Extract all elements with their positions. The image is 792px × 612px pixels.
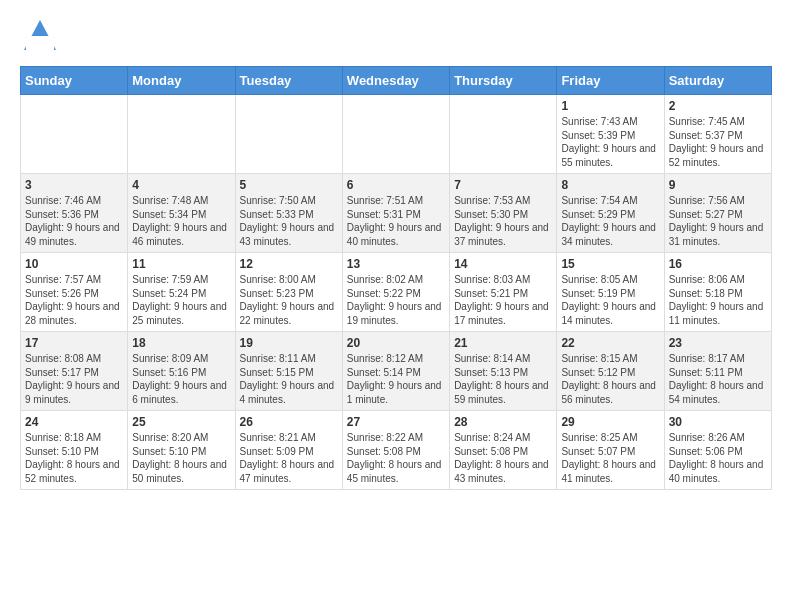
day-info: Sunrise: 8:08 AM Sunset: 5:17 PM Dayligh…: [25, 352, 123, 406]
day-info: Sunrise: 7:54 AM Sunset: 5:29 PM Dayligh…: [561, 194, 659, 248]
day-info: Sunrise: 7:48 AM Sunset: 5:34 PM Dayligh…: [132, 194, 230, 248]
day-cell: 16Sunrise: 8:06 AM Sunset: 5:18 PM Dayli…: [664, 253, 771, 332]
day-info: Sunrise: 7:45 AM Sunset: 5:37 PM Dayligh…: [669, 115, 767, 169]
day-info: Sunrise: 8:00 AM Sunset: 5:23 PM Dayligh…: [240, 273, 338, 327]
day-cell: 15Sunrise: 8:05 AM Sunset: 5:19 PM Dayli…: [557, 253, 664, 332]
day-number: 21: [454, 336, 552, 350]
logo: [20, 16, 62, 56]
day-number: 4: [132, 178, 230, 192]
day-cell: 2Sunrise: 7:45 AM Sunset: 5:37 PM Daylig…: [664, 95, 771, 174]
day-info: Sunrise: 8:26 AM Sunset: 5:06 PM Dayligh…: [669, 431, 767, 485]
day-info: Sunrise: 8:25 AM Sunset: 5:07 PM Dayligh…: [561, 431, 659, 485]
day-number: 11: [132, 257, 230, 271]
day-number: 29: [561, 415, 659, 429]
day-cell: 13Sunrise: 8:02 AM Sunset: 5:22 PM Dayli…: [342, 253, 449, 332]
day-number: 27: [347, 415, 445, 429]
day-cell: 27Sunrise: 8:22 AM Sunset: 5:08 PM Dayli…: [342, 411, 449, 490]
day-number: 15: [561, 257, 659, 271]
day-info: Sunrise: 8:12 AM Sunset: 5:14 PM Dayligh…: [347, 352, 445, 406]
day-cell: [450, 95, 557, 174]
day-info: Sunrise: 8:14 AM Sunset: 5:13 PM Dayligh…: [454, 352, 552, 406]
day-info: Sunrise: 7:50 AM Sunset: 5:33 PM Dayligh…: [240, 194, 338, 248]
day-number: 8: [561, 178, 659, 192]
page: SundayMondayTuesdayWednesdayThursdayFrid…: [0, 0, 792, 612]
week-row-5: 24Sunrise: 8:18 AM Sunset: 5:10 PM Dayli…: [21, 411, 772, 490]
day-info: Sunrise: 8:24 AM Sunset: 5:08 PM Dayligh…: [454, 431, 552, 485]
day-cell: 29Sunrise: 8:25 AM Sunset: 5:07 PM Dayli…: [557, 411, 664, 490]
day-info: Sunrise: 7:56 AM Sunset: 5:27 PM Dayligh…: [669, 194, 767, 248]
day-number: 9: [669, 178, 767, 192]
day-cell: 4Sunrise: 7:48 AM Sunset: 5:34 PM Daylig…: [128, 174, 235, 253]
weekday-header-sunday: Sunday: [21, 67, 128, 95]
day-number: 26: [240, 415, 338, 429]
day-info: Sunrise: 7:46 AM Sunset: 5:36 PM Dayligh…: [25, 194, 123, 248]
day-number: 14: [454, 257, 552, 271]
week-row-1: 1Sunrise: 7:43 AM Sunset: 5:39 PM Daylig…: [21, 95, 772, 174]
weekday-header-wednesday: Wednesday: [342, 67, 449, 95]
day-info: Sunrise: 7:43 AM Sunset: 5:39 PM Dayligh…: [561, 115, 659, 169]
day-number: 3: [25, 178, 123, 192]
day-number: 19: [240, 336, 338, 350]
day-info: Sunrise: 7:59 AM Sunset: 5:24 PM Dayligh…: [132, 273, 230, 327]
day-info: Sunrise: 8:02 AM Sunset: 5:22 PM Dayligh…: [347, 273, 445, 327]
day-cell: [21, 95, 128, 174]
weekday-header-thursday: Thursday: [450, 67, 557, 95]
day-number: 7: [454, 178, 552, 192]
day-cell: 6Sunrise: 7:51 AM Sunset: 5:31 PM Daylig…: [342, 174, 449, 253]
day-info: Sunrise: 8:22 AM Sunset: 5:08 PM Dayligh…: [347, 431, 445, 485]
day-cell: 25Sunrise: 8:20 AM Sunset: 5:10 PM Dayli…: [128, 411, 235, 490]
day-number: 25: [132, 415, 230, 429]
day-info: Sunrise: 8:15 AM Sunset: 5:12 PM Dayligh…: [561, 352, 659, 406]
day-info: Sunrise: 8:11 AM Sunset: 5:15 PM Dayligh…: [240, 352, 338, 406]
day-cell: 26Sunrise: 8:21 AM Sunset: 5:09 PM Dayli…: [235, 411, 342, 490]
day-cell: 18Sunrise: 8:09 AM Sunset: 5:16 PM Dayli…: [128, 332, 235, 411]
day-number: 24: [25, 415, 123, 429]
day-info: Sunrise: 8:20 AM Sunset: 5:10 PM Dayligh…: [132, 431, 230, 485]
day-cell: 5Sunrise: 7:50 AM Sunset: 5:33 PM Daylig…: [235, 174, 342, 253]
day-number: 2: [669, 99, 767, 113]
day-number: 6: [347, 178, 445, 192]
day-info: Sunrise: 7:51 AM Sunset: 5:31 PM Dayligh…: [347, 194, 445, 248]
day-number: 10: [25, 257, 123, 271]
day-info: Sunrise: 8:18 AM Sunset: 5:10 PM Dayligh…: [25, 431, 123, 485]
day-info: Sunrise: 8:21 AM Sunset: 5:09 PM Dayligh…: [240, 431, 338, 485]
day-cell: 10Sunrise: 7:57 AM Sunset: 5:26 PM Dayli…: [21, 253, 128, 332]
svg-rect-1: [26, 36, 54, 50]
day-cell: 3Sunrise: 7:46 AM Sunset: 5:36 PM Daylig…: [21, 174, 128, 253]
calendar-table: SundayMondayTuesdayWednesdayThursdayFrid…: [20, 66, 772, 490]
header: [20, 16, 772, 56]
day-cell: 30Sunrise: 8:26 AM Sunset: 5:06 PM Dayli…: [664, 411, 771, 490]
day-cell: [128, 95, 235, 174]
day-number: 1: [561, 99, 659, 113]
day-number: 12: [240, 257, 338, 271]
day-number: 23: [669, 336, 767, 350]
day-info: Sunrise: 7:57 AM Sunset: 5:26 PM Dayligh…: [25, 273, 123, 327]
day-number: 16: [669, 257, 767, 271]
day-cell: 7Sunrise: 7:53 AM Sunset: 5:30 PM Daylig…: [450, 174, 557, 253]
day-info: Sunrise: 7:53 AM Sunset: 5:30 PM Dayligh…: [454, 194, 552, 248]
day-cell: 8Sunrise: 7:54 AM Sunset: 5:29 PM Daylig…: [557, 174, 664, 253]
day-cell: 17Sunrise: 8:08 AM Sunset: 5:17 PM Dayli…: [21, 332, 128, 411]
weekday-header-monday: Monday: [128, 67, 235, 95]
day-cell: 1Sunrise: 7:43 AM Sunset: 5:39 PM Daylig…: [557, 95, 664, 174]
day-info: Sunrise: 8:06 AM Sunset: 5:18 PM Dayligh…: [669, 273, 767, 327]
weekday-header-tuesday: Tuesday: [235, 67, 342, 95]
day-cell: 11Sunrise: 7:59 AM Sunset: 5:24 PM Dayli…: [128, 253, 235, 332]
day-info: Sunrise: 8:09 AM Sunset: 5:16 PM Dayligh…: [132, 352, 230, 406]
day-number: 18: [132, 336, 230, 350]
day-number: 28: [454, 415, 552, 429]
day-cell: [235, 95, 342, 174]
day-info: Sunrise: 8:05 AM Sunset: 5:19 PM Dayligh…: [561, 273, 659, 327]
day-cell: 14Sunrise: 8:03 AM Sunset: 5:21 PM Dayli…: [450, 253, 557, 332]
day-number: 13: [347, 257, 445, 271]
day-cell: 20Sunrise: 8:12 AM Sunset: 5:14 PM Dayli…: [342, 332, 449, 411]
day-cell: 9Sunrise: 7:56 AM Sunset: 5:27 PM Daylig…: [664, 174, 771, 253]
weekday-header-saturday: Saturday: [664, 67, 771, 95]
day-number: 17: [25, 336, 123, 350]
day-cell: 22Sunrise: 8:15 AM Sunset: 5:12 PM Dayli…: [557, 332, 664, 411]
day-cell: 23Sunrise: 8:17 AM Sunset: 5:11 PM Dayli…: [664, 332, 771, 411]
day-number: 30: [669, 415, 767, 429]
day-cell: [342, 95, 449, 174]
day-cell: 24Sunrise: 8:18 AM Sunset: 5:10 PM Dayli…: [21, 411, 128, 490]
day-cell: 19Sunrise: 8:11 AM Sunset: 5:15 PM Dayli…: [235, 332, 342, 411]
